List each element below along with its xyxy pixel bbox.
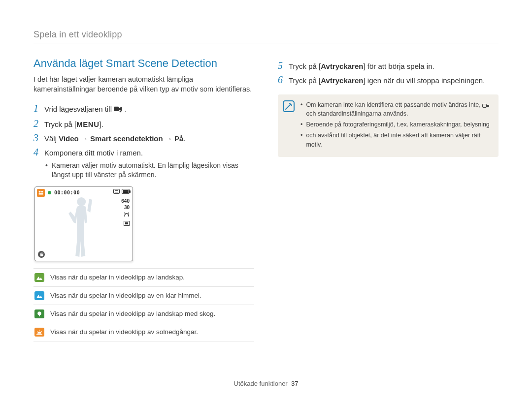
camera-lcd-preview: 00:00:00 640 30	[34, 186, 133, 261]
battery-icon	[122, 189, 130, 194]
legend-text: Visas när du spelar in videoklipp av lan…	[50, 310, 215, 317]
note-icon	[283, 100, 295, 112]
legend-table: Visas när du spelar in videoklipp av lan…	[33, 268, 254, 341]
footer-section-label: Utökade funktioner	[234, 380, 288, 387]
note-text: Om kameran inte kan identifiera ett pass…	[306, 101, 480, 108]
step-6: 6 Tryck på [Avtryckaren] igen när du vil…	[278, 74, 499, 86]
clear-sky-icon	[34, 291, 44, 300]
legend-row-sunset: Visas när du spelar in videoklipp av sol…	[33, 323, 254, 341]
shutter-label: Avtryckaren	[321, 76, 363, 85]
legend-row-forest: Visas när du spelar in videoklipp av lan…	[33, 305, 254, 323]
step-number: 2	[33, 118, 44, 129]
step-text: Vrid lägesväljaren till	[44, 105, 114, 113]
step-number: 5	[278, 60, 289, 71]
step-text-suffix: ] för att börja spela in.	[363, 62, 434, 70]
step-1: 1 Vrid lägesväljaren till .	[33, 103, 254, 115]
note-box: • Om kameran inte kan identifiera ett pa…	[278, 94, 499, 157]
step-number: 3	[33, 132, 44, 144]
mode-f-icon	[121, 212, 130, 219]
page-footer: Utökade funktioner 37	[0, 380, 532, 387]
anti-shake-icon	[38, 251, 45, 258]
videocam-icon	[114, 105, 123, 115]
step-sub-text: Kameran väljer motiv automatiskt. En läm…	[52, 161, 254, 180]
page-number: 37	[291, 380, 298, 387]
step-number: 1	[33, 103, 44, 114]
step-4-sub: • Kameran väljer motiv automatiskt. En l…	[45, 161, 254, 180]
step-text-suffix: ].	[99, 120, 103, 128]
record-status-dot-icon	[48, 191, 51, 194]
svg-marker-7	[36, 277, 42, 280]
step-text: Välj	[44, 134, 59, 143]
step-number: 6	[278, 74, 289, 86]
step-text: Tryck på [	[44, 120, 76, 128]
note-text: och standardinställningarna används.	[306, 110, 408, 117]
timecode: 00:00:00	[54, 190, 80, 195]
intro-paragraph: I det här läget väljer kameran automatis…	[33, 75, 254, 94]
note-item: • Beroende på fotograferingsmiljö, t.ex.…	[300, 120, 492, 129]
storage-icon	[113, 189, 120, 194]
legend-row-sky: Visas när du spelar in videoklipp av en …	[33, 286, 254, 305]
videocam-small-icon	[482, 104, 489, 108]
legend-text: Visas när du spelar in videoklipp av sol…	[50, 328, 198, 336]
svg-marker-1	[119, 107, 122, 111]
menu-label: MENU	[76, 120, 99, 128]
legend-text: Visas när du spelar in videoklipp av lan…	[50, 274, 185, 281]
forest-icon	[34, 309, 44, 318]
section-title: Använda läget Smart Scene Detection	[33, 57, 254, 70]
note-text: Beroende på fotograferingsmiljö, t.ex. k…	[306, 120, 489, 129]
step-number: 4	[33, 147, 44, 158]
fps-label: 30	[124, 205, 130, 210]
step-2: 2 Tryck på [MENU].	[33, 118, 254, 129]
svg-point-2	[120, 111, 121, 112]
legend-row-landscape: Visas när du spelar in videoklipp av lan…	[33, 268, 254, 286]
svg-rect-5	[38, 193, 43, 195]
shutter-label: Avtryckaren	[321, 62, 363, 70]
note-item: • och avstånd till objektet, är det inte…	[300, 131, 492, 149]
step-text: Komponera ditt motiv i ramen.	[44, 148, 143, 158]
svg-line-14	[41, 331, 42, 332]
landscape-icon	[34, 273, 44, 282]
breadcrumb: Spela in ett videoklipp	[33, 30, 499, 43]
note-item: • Om kameran inte kan identifiera ett pa…	[300, 100, 492, 118]
bullet-icon: •	[300, 100, 302, 118]
note-text: och avstånd till objektet, är det inte s…	[306, 131, 492, 149]
svg-line-13	[37, 331, 38, 332]
bullet-icon: •	[300, 131, 302, 149]
frame-icon	[124, 221, 130, 226]
step-bold-path: Video → Smart scendetektion → På	[59, 134, 183, 143]
step-text: Tryck på [	[289, 76, 321, 85]
svg-point-3	[39, 191, 41, 193]
step-5: 5 Tryck på [Avtryckaren] för att börja s…	[278, 60, 499, 71]
svg-point-4	[41, 191, 43, 193]
resolution-label: 640	[121, 198, 130, 204]
svg-rect-0	[114, 107, 119, 111]
sunset-icon	[34, 328, 44, 337]
svg-point-6	[77, 197, 86, 206]
step-4: 4 Komponera ditt motiv i ramen.	[33, 147, 254, 158]
bullet-icon: •	[45, 161, 48, 180]
step-text-suffix: .	[125, 105, 127, 113]
smart-mode-badge-icon	[37, 189, 45, 197]
step-3: 3 Välj Video → Smart scendetektion → På.	[33, 132, 254, 144]
step-text-suffix: ] igen när du vill stoppa inspelningen.	[363, 76, 485, 85]
svg-marker-8	[36, 295, 42, 298]
legend-text: Visas när du spelar in videoklipp av en …	[50, 292, 201, 299]
step-text-suffix: .	[183, 134, 185, 143]
svg-rect-10	[39, 314, 40, 316]
bullet-icon: •	[300, 120, 302, 129]
person-silhouette	[62, 196, 101, 261]
step-text: Tryck på [	[289, 62, 321, 70]
